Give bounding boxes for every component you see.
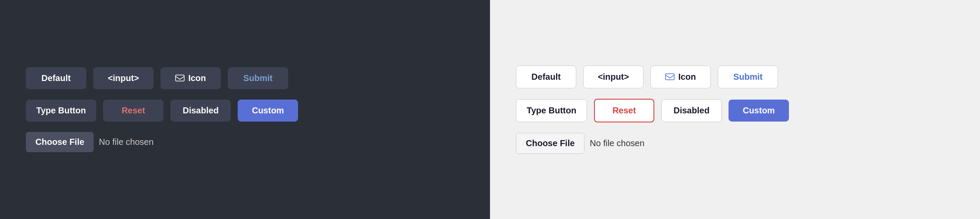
light-custom-button[interactable]: Custom xyxy=(729,100,789,122)
dark-default-button[interactable]: Default xyxy=(26,67,86,89)
light-row-2: Type Button Reset Disabled Custom xyxy=(516,99,789,122)
svg-rect-0 xyxy=(176,75,184,81)
dark-icon-button[interactable]: Icon xyxy=(160,67,221,89)
light-disabled-button[interactable]: Disabled xyxy=(661,99,722,122)
light-input-button[interactable]: <input> xyxy=(583,66,644,88)
light-submit-button[interactable]: Submit xyxy=(718,66,778,88)
light-icon-label: Icon xyxy=(678,72,696,82)
light-no-file-label: No file chosen xyxy=(590,138,644,148)
light-panel: Default <input> Icon Submit Type Button … xyxy=(490,0,980,219)
dark-row-1: Default <input> Icon Submit xyxy=(26,67,288,89)
dark-choose-file-button[interactable]: Choose File xyxy=(26,132,94,152)
svg-rect-1 xyxy=(666,74,674,80)
light-reset-button[interactable]: Reset xyxy=(594,99,654,122)
light-row-1: Default <input> Icon Submit xyxy=(516,66,778,88)
dark-reset-button[interactable]: Reset xyxy=(103,100,163,122)
dark-icon-label: Icon xyxy=(188,73,206,83)
mail-icon xyxy=(175,75,185,81)
dark-submit-button[interactable]: Submit xyxy=(228,67,288,89)
light-choose-file-button[interactable]: Choose File xyxy=(516,133,584,154)
dark-no-file-label: No file chosen xyxy=(99,137,154,147)
light-icon-button[interactable]: Icon xyxy=(650,66,711,88)
light-default-button[interactable]: Default xyxy=(516,66,576,88)
light-type-button[interactable]: Type Button xyxy=(516,99,587,122)
dark-type-button[interactable]: Type Button xyxy=(26,100,96,122)
dark-panel: Default <input> Icon Submit Type Button … xyxy=(0,0,490,219)
light-file-row: Choose File No file chosen xyxy=(516,133,644,154)
dark-custom-button[interactable]: Custom xyxy=(238,100,298,122)
dark-row-2: Type Button Reset Disabled Custom xyxy=(26,100,298,122)
dark-disabled-button[interactable]: Disabled xyxy=(170,100,231,122)
dark-file-row: Choose File No file chosen xyxy=(26,132,154,152)
mail-icon-light xyxy=(665,73,675,80)
dark-input-button[interactable]: <input> xyxy=(93,67,154,89)
